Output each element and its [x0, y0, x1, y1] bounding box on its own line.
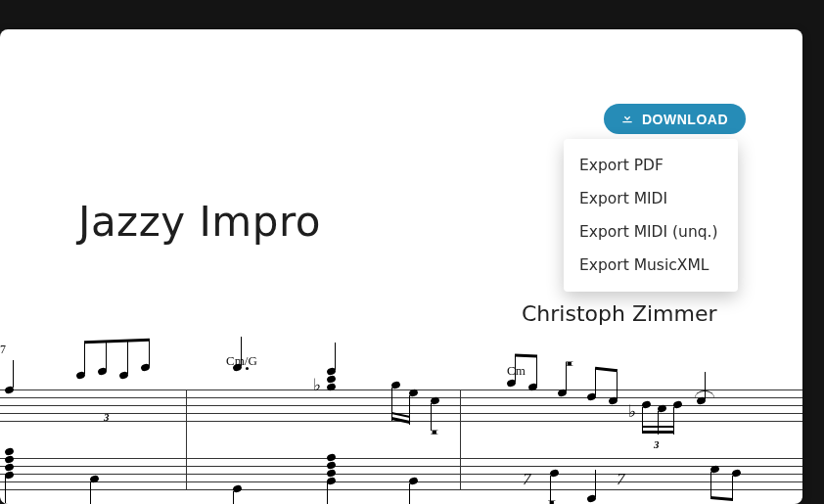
chord-label-cm: Cm	[507, 363, 526, 379]
menu-item-export-midi[interactable]: Export MIDI	[564, 182, 738, 215]
score-page: DOWNLOAD Export PDF Export MIDI Export M…	[0, 29, 802, 504]
tuplet-3-b: 3	[654, 438, 660, 450]
music-notation: Cm/G Cm 3 ♭	[0, 372, 802, 504]
tuplet-3-a: 3	[104, 411, 110, 423]
score-title: Jazzy Impro	[78, 198, 321, 246]
download-label: DOWNLOAD	[642, 112, 728, 127]
menu-item-export-musicxml[interactable]: Export MusicXML	[564, 249, 738, 282]
download-icon	[619, 110, 635, 128]
bar-number-edge: 7	[0, 343, 6, 357]
score-composer: Christoph Zimmer	[522, 301, 717, 326]
menu-item-export-midi-unq[interactable]: Export MIDI (unq.)	[564, 215, 738, 249]
download-button[interactable]: DOWNLOAD	[604, 104, 746, 134]
export-menu: Export PDF Export MIDI Export MIDI (unq.…	[564, 139, 738, 292]
bass-staff	[0, 458, 802, 489]
menu-item-export-pdf[interactable]: Export PDF	[564, 149, 738, 182]
